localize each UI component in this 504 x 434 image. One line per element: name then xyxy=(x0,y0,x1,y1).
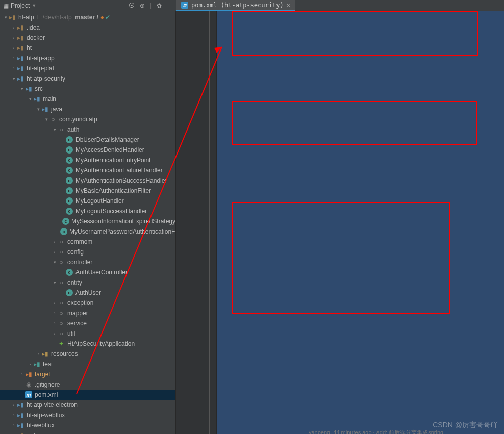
fold-gutter[interactable] xyxy=(210,11,217,434)
tree-node-label: DbUserDetailsManager xyxy=(75,136,139,143)
chevron-icon[interactable]: › xyxy=(11,423,16,428)
chevron-icon[interactable]: › xyxy=(11,45,16,50)
tree-node-service[interactable]: › ○ service xyxy=(0,318,175,328)
maven-file-icon: m xyxy=(181,2,188,9)
tree-node-ht-atp-security[interactable]: ▾ ▸▮ ht-atp-security xyxy=(0,73,175,84)
tree-node-config[interactable]: › ○ config xyxy=(0,247,175,257)
tree-node-target[interactable]: › ▸▮ target xyxy=(0,369,175,379)
settings-icon[interactable]: ✿ xyxy=(157,2,162,9)
chevron-icon[interactable]: ▾ xyxy=(52,260,57,265)
tree-node-java[interactable]: ▾ ▸▮ java xyxy=(0,104,175,114)
chevron-icon[interactable]: › xyxy=(11,35,16,40)
tree-node-label: pom.xml xyxy=(35,391,58,398)
chevron-icon[interactable]: › xyxy=(11,56,16,61)
tree-node-test[interactable]: › ▸▮ test xyxy=(0,359,175,369)
chevron-icon[interactable]: › xyxy=(36,351,41,356)
dropdown-icon[interactable]: ▼ xyxy=(32,3,36,8)
chevron-icon[interactable]: › xyxy=(11,413,16,418)
tree-node-entity[interactable]: ▾ ○ entity xyxy=(0,277,175,288)
tree-node-myauthenticationentrypoint[interactable]: c MyAuthenticationEntryPoint xyxy=(0,155,175,165)
line-number-gutter xyxy=(176,11,195,434)
chevron-icon[interactable]: ▾ xyxy=(36,107,41,112)
file-icon: ▸▮ xyxy=(16,412,24,419)
tree-node-ht-atp-webflux[interactable]: › ▸▮ ht-atp-webflux xyxy=(0,410,175,420)
tree-node-pom-xml[interactable]: m pom.xml xyxy=(0,390,175,400)
select-opened-icon[interactable]: ⦿ xyxy=(129,2,135,9)
tree-node-ht-atp[interactable]: ▾ ▸▮ ht-atpE:\dev\ht-atpmaster /●✔ xyxy=(0,12,175,22)
file-icon: c xyxy=(60,228,67,235)
chevron-icon[interactable]: › xyxy=(19,372,24,377)
chevron-icon[interactable]: › xyxy=(52,239,57,244)
tree-node-authuser[interactable]: c AuthUser xyxy=(0,288,175,298)
file-icon: ○ xyxy=(57,310,65,317)
code-area[interactable]: yanpeng, 44 minutes ago · add: 前后端分离集成sp… xyxy=(217,11,504,434)
tree-node-commom[interactable]: › ○ commom xyxy=(0,237,175,247)
chevron-icon[interactable]: ▾ xyxy=(11,76,16,81)
chevron-icon[interactable]: › xyxy=(52,249,57,254)
tree-node-myauthenticationsuccesshandler[interactable]: c MyAuthenticationSuccessHandler xyxy=(0,175,175,186)
chevron-icon[interactable]: ▾ xyxy=(52,280,57,285)
file-icon: ▸▮ xyxy=(8,14,16,21)
tab-pom-xml[interactable]: m pom.xml (ht-atp-security) × xyxy=(176,0,295,11)
tree-node-ht-atp-plat[interactable]: › ▸▮ ht-atp-plat xyxy=(0,63,175,73)
tree-node-label: HtAtpSecurityApplication xyxy=(67,340,135,347)
tree-node-com-yundi-atp[interactable]: ▾ ○ com.yundi.atp xyxy=(0,114,175,124)
tree-node--gitignore[interactable]: ◉ .gitignore xyxy=(0,379,175,390)
tree-node-myusernamepasswordauthenticationfilter[interactable]: c MyUsernamePasswordAuthenticationFilter xyxy=(0,226,175,237)
project-tool-icon: ▦ xyxy=(3,2,9,9)
tree-node-docker[interactable]: › ▸▮ docker xyxy=(0,33,175,43)
chevron-icon[interactable]: ▾ xyxy=(3,15,8,20)
tree-node-label: auth xyxy=(67,126,79,133)
close-icon[interactable]: × xyxy=(287,2,290,9)
tree-node-myauthenticationfailurehandler[interactable]: c MyAuthenticationFailureHandler xyxy=(0,165,175,175)
tree-node-ht-webflux[interactable]: › ▸▮ ht-webflux xyxy=(0,420,175,430)
file-icon: ○ xyxy=(57,299,65,307)
file-icon: c xyxy=(65,146,73,154)
chevron-icon[interactable]: › xyxy=(11,402,16,407)
chevron-icon[interactable]: › xyxy=(52,311,57,316)
expand-icon[interactable]: ⊕ xyxy=(140,2,145,9)
tree-node-label: main xyxy=(43,95,56,103)
tree-node--idea[interactable]: › ▸▮ .idea xyxy=(0,22,175,33)
tree-node-auth[interactable]: ▾ ○ auth xyxy=(0,124,175,135)
tree-node-myaccessdeniedhandler[interactable]: c MyAccessDeniedHandler xyxy=(0,145,175,155)
chevron-icon[interactable]: › xyxy=(11,25,16,30)
chevron-icon[interactable]: › xyxy=(11,66,16,71)
chevron-icon[interactable]: ▾ xyxy=(44,117,49,122)
file-icon: ▸▮ xyxy=(41,350,49,358)
chevron-icon[interactable]: ▾ xyxy=(28,96,33,101)
file-icon: ○ xyxy=(57,126,65,133)
tree-node-authusercontroller[interactable]: c AuthUserController xyxy=(0,267,175,277)
chevron-icon[interactable]: › xyxy=(52,321,57,326)
hide-icon[interactable]: — xyxy=(167,2,173,9)
tree-node-controller[interactable]: ▾ ○ controller xyxy=(0,257,175,267)
tree-node-htatpsecurityapplication[interactable]: ✦ HtAtpSecurityApplication xyxy=(0,339,175,349)
file-icon: ▸▮ xyxy=(33,95,41,103)
file-icon: ▸▮ xyxy=(41,106,49,113)
chevron-icon[interactable]: › xyxy=(52,331,57,336)
tree-node-mapper[interactable]: › ○ mapper xyxy=(0,308,175,318)
tree-node-mybasicauthenticationfilter[interactable]: c MyBasicAuthenticationFilter xyxy=(0,186,175,196)
chevron-icon[interactable]: ▾ xyxy=(52,127,57,132)
tree-node-ht-atp-app[interactable]: › ▸▮ ht-atp-app xyxy=(0,53,175,63)
tree-node-label: target xyxy=(35,371,51,378)
tree-node-dbuserdetailsmanager[interactable]: c DbUserDetailsManager xyxy=(0,135,175,145)
tree-node-resources[interactable]: › ▸▮ resources xyxy=(0,349,175,359)
tree-node-ht[interactable]: › ▸▮ ht xyxy=(0,43,175,53)
tree-node-exception[interactable]: › ○ exception xyxy=(0,298,175,308)
project-tool-label[interactable]: Project xyxy=(11,2,30,9)
tree-node-mylogouthandler[interactable]: c MyLogoutHandler xyxy=(0,196,175,206)
tree-node-label: java xyxy=(51,106,62,113)
tree-node-ht-atp-vite-electron[interactable]: › ▸▮ ht-atp-vite-electron xyxy=(0,400,175,410)
chevron-icon[interactable]: › xyxy=(52,300,57,305)
file-icon: ○ xyxy=(57,238,65,245)
tree-node-md[interactable]: › ▸▮ md xyxy=(0,430,175,434)
tree-node-main[interactable]: ▾ ▸▮ main xyxy=(0,94,175,104)
tree-node-util[interactable]: › ○ util xyxy=(0,328,175,339)
tree-node-mysessioninformationexpiredstrategy[interactable]: c MySessionInformationExpiredStrategy xyxy=(0,216,175,226)
tree-node-src[interactable]: ▾ ▸▮ src xyxy=(0,84,175,94)
tree-node-mylogoutsuccesshandler[interactable]: c MyLogoutSuccessHandler xyxy=(0,206,175,216)
tree-node-label: controller xyxy=(67,259,92,266)
chevron-icon[interactable]: › xyxy=(28,362,33,367)
chevron-icon[interactable]: ▾ xyxy=(19,86,24,91)
